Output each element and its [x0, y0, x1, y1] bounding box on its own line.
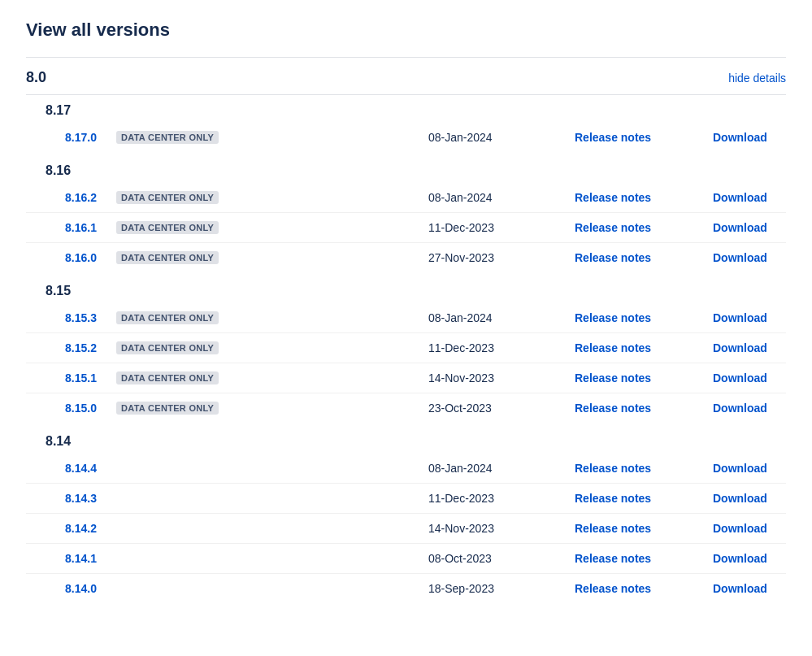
version-left: 8.16.2DATA CENTER ONLY [65, 191, 276, 204]
version-link[interactable]: 8.14.4 [65, 462, 110, 475]
version-date: 14-Nov-2023 [428, 522, 542, 535]
sub-section-8.16: 8.168.16.2DATA CENTER ONLY08-Jan-2024Rel… [26, 155, 786, 276]
version-date: 08-Jan-2024 [428, 191, 542, 204]
version-date: 11-Dec-2023 [428, 341, 542, 354]
version-left: 8.15.1DATA CENTER ONLY [65, 371, 276, 384]
sub-section-8.14: 8.148.14.408-Jan-2024Release notesDownlo… [26, 426, 786, 606]
table-row: 8.16.1DATA CENTER ONLY11-Dec-2023Release… [26, 213, 786, 243]
data-center-badge: DATA CENTER ONLY [116, 191, 219, 204]
version-left: 8.17.0DATA CENTER ONLY [65, 131, 276, 144]
release-notes-link[interactable]: Release notes [575, 131, 680, 144]
version-left: 8.14.1 [65, 552, 276, 565]
sub-section-8.17: 8.178.17.0DATA CENTER ONLY08-Jan-2024Rel… [26, 95, 786, 155]
release-notes-link[interactable]: Release notes [575, 311, 680, 324]
version-left: 8.14.4 [65, 462, 276, 475]
section-header: 8.0hide details [26, 58, 786, 95]
page-title: View all versions [26, 20, 786, 41]
version-date: 08-Jan-2024 [428, 311, 542, 324]
version-date: 08-Jan-2024 [428, 131, 542, 144]
version-link[interactable]: 8.16.2 [65, 191, 110, 204]
download-link[interactable]: Download [713, 311, 786, 324]
data-center-badge: DATA CENTER ONLY [116, 341, 219, 354]
table-row: 8.15.2DATA CENTER ONLY11-Dec-2023Release… [26, 333, 786, 363]
version-link[interactable]: 8.14.1 [65, 552, 110, 565]
sub-section-8.15: 8.158.15.3DATA CENTER ONLY08-Jan-2024Rel… [26, 276, 786, 426]
download-link[interactable]: Download [713, 582, 786, 595]
table-row: 8.14.311-Dec-2023Release notesDownload [26, 484, 786, 514]
table-row: 8.14.408-Jan-2024Release notesDownload [26, 454, 786, 484]
release-notes-link[interactable]: Release notes [575, 522, 680, 535]
table-row: 8.14.214-Nov-2023Release notesDownload [26, 514, 786, 544]
version-date: 11-Dec-2023 [428, 221, 542, 234]
version-link[interactable]: 8.14.2 [65, 522, 110, 535]
release-notes-link[interactable]: Release notes [575, 402, 680, 415]
version-left: 8.15.3DATA CENTER ONLY [65, 311, 276, 324]
table-row: 8.15.0DATA CENTER ONLY23-Oct-2023Release… [26, 393, 786, 423]
download-link[interactable]: Download [713, 462, 786, 475]
sub-section-title: 8.15 [26, 284, 786, 298]
version-link[interactable]: 8.14.0 [65, 582, 110, 595]
table-row: 8.16.0DATA CENTER ONLY27-Nov-2023Release… [26, 243, 786, 272]
download-link[interactable]: Download [713, 492, 786, 505]
version-date: 11-Dec-2023 [428, 492, 542, 505]
version-left: 8.14.0 [65, 582, 276, 595]
download-link[interactable]: Download [713, 402, 786, 415]
hide-details-link[interactable]: hide details [728, 72, 786, 85]
version-left: 8.16.1DATA CENTER ONLY [65, 221, 276, 234]
release-notes-link[interactable]: Release notes [575, 251, 680, 264]
version-date: 08-Jan-2024 [428, 462, 542, 475]
data-center-badge: DATA CENTER ONLY [116, 221, 219, 234]
version-left: 8.16.0DATA CENTER ONLY [65, 251, 276, 264]
release-notes-link[interactable]: Release notes [575, 462, 680, 475]
data-center-badge: DATA CENTER ONLY [116, 251, 219, 264]
version-link[interactable]: 8.15.2 [65, 341, 110, 354]
sub-section-title: 8.17 [26, 103, 786, 118]
download-link[interactable]: Download [713, 371, 786, 384]
sub-section-title: 8.16 [26, 163, 786, 178]
release-notes-link[interactable]: Release notes [575, 492, 680, 505]
download-link[interactable]: Download [713, 522, 786, 535]
version-link[interactable]: 8.17.0 [65, 131, 110, 144]
table-row: 8.14.018-Sep-2023Release notesDownload [26, 574, 786, 603]
release-notes-link[interactable]: Release notes [575, 341, 680, 354]
version-date: 18-Sep-2023 [428, 582, 542, 595]
version-left: 8.14.3 [65, 492, 276, 505]
release-notes-link[interactable]: Release notes [575, 552, 680, 565]
section-8.0: 8.0hide details8.178.17.0DATA CENTER ONL… [26, 57, 786, 606]
data-center-badge: DATA CENTER ONLY [116, 131, 219, 144]
table-row: 8.16.2DATA CENTER ONLY08-Jan-2024Release… [26, 183, 786, 213]
version-left: 8.14.2 [65, 522, 276, 535]
download-link[interactable]: Download [713, 251, 786, 264]
release-notes-link[interactable]: Release notes [575, 371, 680, 384]
download-link[interactable]: Download [713, 131, 786, 144]
table-row: 8.17.0DATA CENTER ONLY08-Jan-2024Release… [26, 123, 786, 152]
version-date: 08-Oct-2023 [428, 552, 542, 565]
table-row: 8.14.108-Oct-2023Release notesDownload [26, 544, 786, 574]
version-left: 8.15.0DATA CENTER ONLY [65, 402, 276, 415]
version-date: 23-Oct-2023 [428, 402, 542, 415]
download-link[interactable]: Download [713, 341, 786, 354]
version-link[interactable]: 8.16.1 [65, 221, 110, 234]
version-left: 8.15.2DATA CENTER ONLY [65, 341, 276, 354]
version-link[interactable]: 8.14.3 [65, 492, 110, 505]
version-date: 27-Nov-2023 [428, 251, 542, 264]
data-center-badge: DATA CENTER ONLY [116, 402, 219, 415]
version-link[interactable]: 8.15.3 [65, 311, 110, 324]
version-link[interactable]: 8.15.0 [65, 402, 110, 415]
download-link[interactable]: Download [713, 552, 786, 565]
data-center-badge: DATA CENTER ONLY [116, 371, 219, 384]
release-notes-link[interactable]: Release notes [575, 221, 680, 234]
table-row: 8.15.3DATA CENTER ONLY08-Jan-2024Release… [26, 303, 786, 333]
sub-section-title: 8.14 [26, 434, 786, 449]
version-link[interactable]: 8.15.1 [65, 371, 110, 384]
download-link[interactable]: Download [713, 221, 786, 234]
table-row: 8.15.1DATA CENTER ONLY14-Nov-2023Release… [26, 363, 786, 393]
download-link[interactable]: Download [713, 191, 786, 204]
release-notes-link[interactable]: Release notes [575, 191, 680, 204]
release-notes-link[interactable]: Release notes [575, 582, 680, 595]
version-link[interactable]: 8.16.0 [65, 251, 110, 264]
section-title: 8.0 [26, 69, 46, 86]
data-center-badge: DATA CENTER ONLY [116, 311, 219, 324]
version-date: 14-Nov-2023 [428, 371, 542, 384]
